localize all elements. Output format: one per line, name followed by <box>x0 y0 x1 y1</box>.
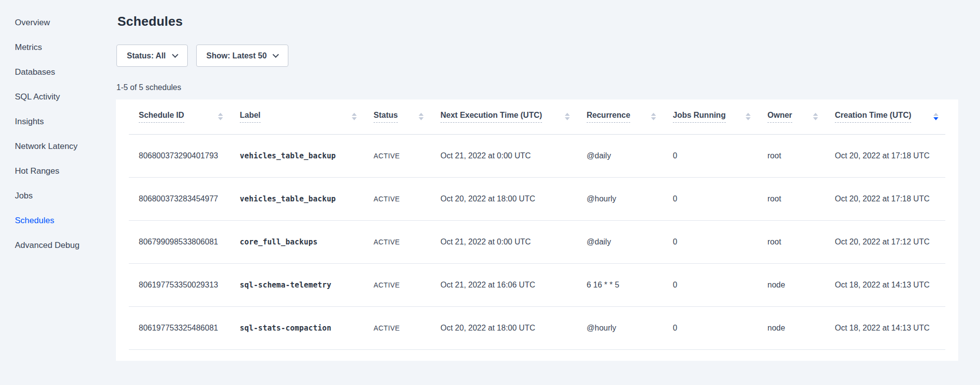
cell-recurrence: @daily <box>577 220 663 263</box>
table-row: 806800373290401793 vehicles_table_backup… <box>129 134 945 177</box>
sidebar-item-overview[interactable]: Overview <box>15 18 104 28</box>
cell-jobs-running: 0 <box>663 134 758 177</box>
cell-label: core_full_backups <box>230 220 364 263</box>
chevron-down-icon <box>172 51 178 58</box>
cell-creation-time: Oct 20, 2022 at 17:18 UTC <box>825 177 945 220</box>
sort-arrows-icon <box>651 113 656 120</box>
column-header-jobs-running[interactable]: Jobs Running <box>663 99 758 134</box>
cell-status: ACTIVE <box>364 263 431 306</box>
column-header-label: Jobs Running <box>673 111 726 123</box>
cell-next-execution: Oct 21, 2022 at 0:00 UTC <box>431 134 577 177</box>
show-filter-dropdown[interactable]: Show: Latest 50 <box>196 45 289 67</box>
sort-arrows-icon <box>746 113 751 120</box>
column-header-label: Schedule ID <box>139 111 184 123</box>
show-filter-label: Show: Latest 50 <box>207 51 267 60</box>
results-count: 1-5 of 5 schedules <box>116 83 958 92</box>
cell-status: ACTIVE <box>364 306 431 349</box>
column-header-recurrence[interactable]: Recurrence <box>577 99 663 134</box>
column-header-creation-time[interactable]: Creation Time (UTC) <box>825 99 945 134</box>
table-row: 806799098533806081 core_full_backups ACT… <box>129 220 945 263</box>
table-header-row: Schedule ID Label Status <box>129 99 945 134</box>
cell-jobs-running: 0 <box>663 220 758 263</box>
column-header-schedule-id[interactable]: Schedule ID <box>129 99 230 134</box>
chevron-down-icon <box>272 51 279 58</box>
sidebar-item-advanced-debug[interactable]: Advanced Debug <box>15 241 104 250</box>
table-row: 806197753350029313 sql-schema-telemetry … <box>129 263 945 306</box>
column-header-next-execution-time[interactable]: Next Execution Time (UTC) <box>431 99 577 134</box>
cell-next-execution: Oct 20, 2022 at 18:00 UTC <box>431 306 577 349</box>
status-filter-dropdown[interactable]: Status: All <box>116 45 188 67</box>
sidebar-item-databases[interactable]: Databases <box>15 67 104 77</box>
column-header-label: Owner <box>767 111 792 123</box>
cell-next-execution: Oct 21, 2022 at 16:06 UTC <box>431 263 577 306</box>
cell-creation-time: Oct 20, 2022 at 17:18 UTC <box>825 134 945 177</box>
schedules-table-card: Schedule ID Label Status <box>116 99 958 361</box>
cell-schedule-id: 806197753350029313 <box>129 263 230 306</box>
column-header-label: Recurrence <box>587 111 630 123</box>
cell-owner: node <box>758 306 825 349</box>
page-title: Schedules <box>117 14 958 29</box>
cell-owner: root <box>758 177 825 220</box>
filter-bar: Status: All Show: Latest 50 <box>116 45 958 67</box>
table-row: 806800373283454977 vehicles_table_backup… <box>129 177 945 220</box>
sidebar-item-metrics[interactable]: Metrics <box>15 43 104 52</box>
cell-schedule-id: 806197753325486081 <box>129 306 230 349</box>
sort-arrows-icon <box>813 113 818 120</box>
cell-owner: root <box>758 134 825 177</box>
sort-arrows-icon <box>352 113 357 120</box>
status-filter-label: Status: All <box>127 51 166 60</box>
cell-next-execution: Oct 20, 2022 at 18:00 UTC <box>431 177 577 220</box>
column-header-label: Next Execution Time (UTC) <box>440 111 542 123</box>
cell-label: sql-stats-compaction <box>230 306 364 349</box>
cell-schedule-id: 806800373290401793 <box>129 134 230 177</box>
cell-status: ACTIVE <box>364 177 431 220</box>
sort-arrows-icon <box>419 113 424 120</box>
cell-recurrence: 6 16 * * 5 <box>577 263 663 306</box>
column-header-label: Label <box>240 111 261 123</box>
cell-owner: root <box>758 220 825 263</box>
sort-arrows-desc-icon <box>933 113 938 120</box>
cell-owner: node <box>758 263 825 306</box>
cell-recurrence: @daily <box>577 134 663 177</box>
cell-label: vehicles_table_backup <box>230 177 364 220</box>
column-header-label: Creation Time (UTC) <box>835 111 911 123</box>
cell-creation-time: Oct 18, 2022 at 14:13 UTC <box>825 306 945 349</box>
column-header-label: Status <box>374 111 398 123</box>
sort-arrows-icon <box>565 113 570 120</box>
cell-jobs-running: 0 <box>663 263 758 306</box>
sidebar-item-schedules[interactable]: Schedules <box>15 216 104 226</box>
cell-schedule-id: 806800373283454977 <box>129 177 230 220</box>
cell-label: sql-schema-telemetry <box>230 263 364 306</box>
sidebar-item-sql-activity[interactable]: SQL Activity <box>15 92 104 102</box>
cell-status: ACTIVE <box>364 220 431 263</box>
cell-creation-time: Oct 20, 2022 at 17:12 UTC <box>825 220 945 263</box>
cell-recurrence: @hourly <box>577 177 663 220</box>
cell-jobs-running: 0 <box>663 306 758 349</box>
cell-schedule-id: 806799098533806081 <box>129 220 230 263</box>
main-content: Schedules Status: All Show: Latest 50 1-… <box>116 0 958 361</box>
cell-label: vehicles_table_backup <box>230 134 364 177</box>
cell-jobs-running: 0 <box>663 177 758 220</box>
cell-next-execution: Oct 21, 2022 at 0:00 UTC <box>431 220 577 263</box>
column-header-owner[interactable]: Owner <box>758 99 825 134</box>
sidebar: Overview Metrics Databases SQL Activity … <box>0 0 104 385</box>
cell-creation-time: Oct 18, 2022 at 14:13 UTC <box>825 263 945 306</box>
cell-recurrence: @hourly <box>577 306 663 349</box>
table-row: 806197753325486081 sql-stats-compaction … <box>129 306 945 349</box>
schedules-table: Schedule ID Label Status <box>129 99 945 350</box>
sidebar-item-network-latency[interactable]: Network Latency <box>15 142 104 151</box>
sidebar-item-jobs[interactable]: Jobs <box>15 191 104 201</box>
cell-status: ACTIVE <box>364 134 431 177</box>
column-header-label[interactable]: Label <box>230 99 364 134</box>
column-header-status[interactable]: Status <box>364 99 431 134</box>
sort-arrows-icon <box>218 113 223 120</box>
sidebar-item-insights[interactable]: Insights <box>15 117 104 127</box>
sidebar-item-hot-ranges[interactable]: Hot Ranges <box>15 166 104 176</box>
